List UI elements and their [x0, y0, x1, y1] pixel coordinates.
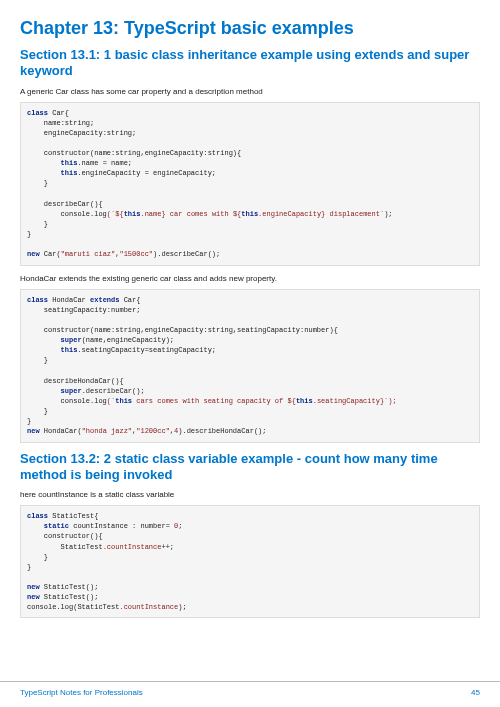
t: (name,engineCapacity);	[82, 336, 174, 344]
t: this	[115, 397, 132, 405]
t: seatingCapacity	[44, 306, 107, 314]
kw-static: static	[44, 522, 69, 530]
t: constructor	[44, 149, 90, 157]
t: (`${	[107, 210, 124, 218]
kw-this: this	[241, 210, 258, 218]
kw-super: super	[61, 336, 82, 344]
t: Car{	[52, 109, 69, 117]
t: StaticTest	[61, 543, 103, 551]
section1-intro1: A generic Car class has some car propert…	[20, 87, 480, 96]
t: ).describeHondaCar();	[178, 427, 266, 435]
t: StaticTest{	[48, 512, 98, 520]
t: .seatingCapacity	[77, 346, 144, 354]
t: = engineCapacity;	[140, 169, 216, 177]
code-block-static: class StaticTest{ static countInstance :…	[20, 505, 480, 618]
code-block-hondacar: class HondaCar extends Car{ seatingCapac…	[20, 289, 480, 443]
t: StaticTest();	[40, 593, 99, 601]
t: (`	[107, 397, 115, 405]
t: ++;	[161, 543, 174, 551]
section-heading-1: Section 13.1: 1 basic class inheritance …	[20, 47, 480, 80]
code-block-car: class Car{ name:string; engineCapacity:s…	[20, 102, 480, 266]
t: engineCapacity	[44, 129, 103, 137]
t: cars comes with seating capacity of	[132, 397, 287, 405]
t: Car{	[119, 296, 140, 304]
t: number	[111, 306, 136, 314]
num: 0	[174, 522, 178, 530]
str: "1500cc"	[119, 250, 153, 258]
t: StaticTest();	[40, 583, 99, 591]
t: string	[107, 129, 132, 137]
t: (){	[90, 532, 103, 540]
section-heading-2: Section 13.2: 2 static class variable ex…	[20, 451, 480, 484]
t: name	[44, 119, 61, 127]
t: .seatingCapacity}`);	[313, 397, 397, 405]
kw-new: new	[27, 583, 40, 591]
t: console.log	[61, 397, 107, 405]
t: constructor	[44, 326, 90, 334]
t: console.log	[27, 603, 73, 611]
t: (name:string,engineCapacity:string){	[90, 149, 241, 157]
kw-class: class	[27, 109, 48, 117]
footer-title: TypeScript Notes for Professionals	[20, 688, 143, 697]
str: "honda jazz"	[82, 427, 132, 435]
t: =seatingCapacity;	[145, 346, 216, 354]
kw-class: class	[27, 296, 48, 304]
t: (name:string,engineCapacity:string,seati…	[90, 326, 338, 334]
t: );	[178, 603, 186, 611]
kw-this: this	[124, 210, 141, 218]
t: ).describeCar();	[153, 250, 220, 258]
t: describeCar	[44, 200, 90, 208]
section2-intro: here countInstance is a static class var…	[20, 490, 480, 499]
t: HondaCar(	[40, 427, 82, 435]
t: .name}	[140, 210, 165, 218]
t: ${	[287, 397, 295, 405]
t: .name	[77, 159, 98, 167]
kw-this: this	[61, 346, 78, 354]
section1-intro2: HondaCar extends the existing generic ca…	[20, 274, 480, 283]
kw-extends: extends	[90, 296, 119, 304]
t: : number=	[132, 522, 174, 530]
kw-class: class	[27, 512, 48, 520]
page-footer: TypeScript Notes for Professionals 45	[0, 681, 500, 707]
str: "maruti ciaz"	[61, 250, 116, 258]
t: console.log	[61, 210, 107, 218]
t: displacement`	[325, 210, 384, 218]
t: constructor	[44, 532, 90, 540]
kw-new: new	[27, 250, 40, 258]
t: describeHondaCar	[44, 377, 111, 385]
kw-new: new	[27, 427, 40, 435]
t: HondaCar	[48, 296, 90, 304]
kw-this: this	[296, 397, 313, 405]
t: .countInstance	[103, 543, 162, 551]
chapter-title: Chapter 13: TypeScript basic examples	[20, 18, 480, 39]
kw-new: new	[27, 593, 40, 601]
kw-this: this	[61, 159, 78, 167]
page-number: 45	[471, 688, 480, 697]
t: .countInstance	[119, 603, 178, 611]
kw-super: super	[61, 387, 82, 395]
t: .describeCar();	[82, 387, 145, 395]
str: "1200cc"	[136, 427, 170, 435]
t: .engineCapacity}	[258, 210, 325, 218]
t: );	[384, 210, 392, 218]
t: countInstance	[69, 522, 132, 530]
t: Car(	[40, 250, 61, 258]
t: .engineCapacity	[77, 169, 140, 177]
t: car comes with	[166, 210, 233, 218]
t: (StaticTest	[73, 603, 119, 611]
t: string	[65, 119, 90, 127]
t: = name;	[98, 159, 132, 167]
kw-this: this	[61, 169, 78, 177]
